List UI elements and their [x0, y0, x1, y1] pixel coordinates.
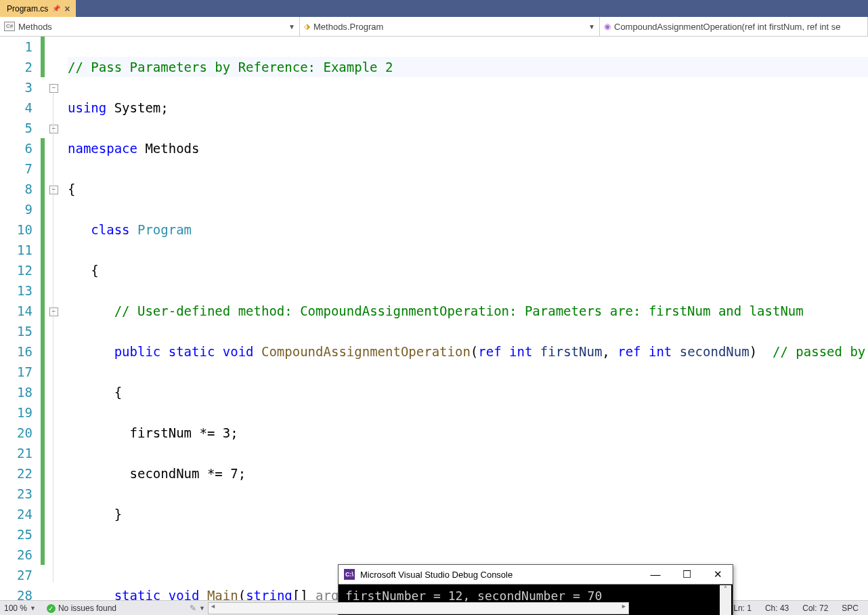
close-button[interactable]: ✕ — [708, 568, 727, 580]
line-number: 8 — [0, 179, 32, 199]
code-text: string — [246, 588, 292, 600]
code-text: , — [602, 344, 617, 359]
chevron-down-icon: ▼ — [288, 23, 295, 30]
console-title: Microsoft Visual Studio Debug Console — [360, 570, 513, 580]
code-text: ref int — [478, 344, 532, 359]
code-text: CompoundAssignmentOperation — [254, 344, 471, 359]
tool-icon[interactable]: ✎ — [190, 603, 196, 613]
code-text: static void — [114, 588, 200, 600]
code-text: using — [68, 100, 106, 115]
code-text: namespace — [68, 141, 137, 156]
line-number: 11 — [0, 240, 32, 260]
nav-scope-label: Methods — [18, 22, 52, 32]
console-app-icon: C:\ — [344, 569, 355, 580]
code-text: Program — [130, 222, 192, 237]
line-number: 10 — [0, 219, 32, 240]
code-text: secondNum *= 7; — [130, 466, 246, 481]
code-text: class — [91, 222, 129, 237]
indent-guide — [53, 94, 54, 582]
code-text: firstNum *= 3; — [130, 425, 238, 440]
line-number: 9 — [0, 199, 32, 219]
code-text: public static void — [114, 344, 254, 359]
check-icon: ✓ — [47, 604, 56, 613]
code-text: secondNum — [672, 344, 749, 359]
line-number: 7 — [0, 158, 32, 179]
code-text: } — [114, 507, 122, 522]
code-text: Main — [199, 588, 238, 600]
code-text: ( — [238, 588, 246, 600]
line-number: 6 — [0, 138, 32, 158]
line-number: 5 — [0, 118, 32, 138]
class-icon: ⬗ — [304, 22, 310, 31]
nav-class-label: Methods.Program — [313, 22, 383, 32]
code-text: System; — [106, 100, 169, 115]
nav-scope-project[interactable]: C# Methods ▼ — [0, 17, 300, 36]
line-number: 15 — [0, 321, 32, 341]
line-number: 21 — [0, 443, 32, 463]
code-text: ref int — [617, 344, 672, 359]
cursor-col: Col: 72 — [797, 603, 833, 613]
scroll-up-icon[interactable]: ˄ — [724, 585, 727, 593]
code-text: [] — [292, 588, 316, 600]
line-number: 3 — [0, 77, 32, 98]
nav-scope-member[interactable]: ◉ CompoundAssignmentOperation(ref int fi… — [600, 17, 868, 36]
indent-mode[interactable]: SPC — [836, 603, 864, 613]
line-number: 18 — [0, 382, 32, 402]
line-number: 25 — [0, 524, 32, 545]
status-bar: 100 % ▼ ✓ No issues found ✎ ▼ Ln: 1 Ch: … — [0, 600, 868, 615]
console-scrollbar[interactable]: ˄˅ — [720, 585, 731, 615]
code-text: // Pass Parameters by Reference: Example… — [68, 60, 393, 75]
nav-member-label: CompoundAssignmentOperation(ref int firs… — [614, 22, 841, 32]
line-number: 14 — [0, 301, 32, 321]
code-text: firstNum — [532, 344, 602, 359]
code-text: // passed by reference — [773, 344, 868, 359]
line-number: 26 — [0, 545, 32, 565]
pin-icon[interactable]: 📌 — [52, 5, 60, 12]
line-number-gutter: 1234567891011121314151617181920212223242… — [0, 37, 41, 600]
line-number: 2 — [0, 57, 32, 77]
code-text: Methods — [137, 141, 200, 156]
line-number: 13 — [0, 280, 32, 301]
change-bar — [41, 138, 45, 565]
code-text: { — [68, 182, 75, 196]
editor-margin: − − − − — [41, 37, 68, 600]
method-icon: ◉ — [604, 22, 611, 31]
line-number: 17 — [0, 362, 32, 382]
line-number: 1 — [0, 37, 32, 57]
chevron-down-icon: ▼ — [588, 23, 595, 30]
console-titlebar[interactable]: C:\ Microsoft Visual Studio Debug Consol… — [339, 565, 733, 585]
csharp-icon: C# — [4, 22, 15, 31]
code-text: { — [114, 385, 122, 400]
change-bar — [41, 37, 45, 77]
fold-toggle[interactable]: − — [49, 84, 58, 93]
minimize-button[interactable]: ― — [646, 568, 665, 580]
line-number: 28 — [0, 585, 32, 606]
code-editor[interactable]: 1234567891011121314151617181920212223242… — [0, 37, 868, 600]
line-number: 20 — [0, 423, 32, 443]
code-text: ( — [471, 344, 478, 359]
cursor-char: Ch: 43 — [760, 603, 794, 613]
line-number: 12 — [0, 260, 32, 280]
file-tab[interactable]: Program.cs 📌 × — [0, 0, 76, 17]
tab-label: Program.cs — [7, 4, 48, 14]
code-text: ) — [750, 344, 773, 359]
code-text: { — [91, 263, 98, 278]
close-icon[interactable]: × — [64, 3, 70, 14]
line-number: 27 — [0, 565, 32, 585]
line-number: 24 — [0, 504, 32, 524]
line-number: 22 — [0, 463, 32, 484]
chevron-down-icon[interactable]: ▼ — [199, 605, 205, 612]
line-number: 19 — [0, 402, 32, 423]
issues-label[interactable]: No issues found — [58, 603, 116, 613]
code-area[interactable]: // Pass Parameters by Reference: Example… — [68, 37, 868, 600]
chevron-down-icon[interactable]: ▼ — [30, 605, 36, 612]
code-text: // User-defined method: CompoundAssignme… — [114, 303, 804, 318]
navigation-bar: C# Methods ▼ ⬗ Methods.Program ▼ ◉ Compo… — [0, 17, 868, 37]
line-number: 23 — [0, 484, 32, 504]
line-number: 16 — [0, 341, 32, 362]
tab-strip: Program.cs 📌 × — [0, 0, 868, 17]
line-number: 4 — [0, 98, 32, 118]
nav-scope-class[interactable]: ⬗ Methods.Program ▼ — [300, 17, 600, 36]
maximize-button[interactable]: ☐ — [677, 568, 696, 580]
horizontal-scrollbar[interactable] — [208, 602, 629, 614]
